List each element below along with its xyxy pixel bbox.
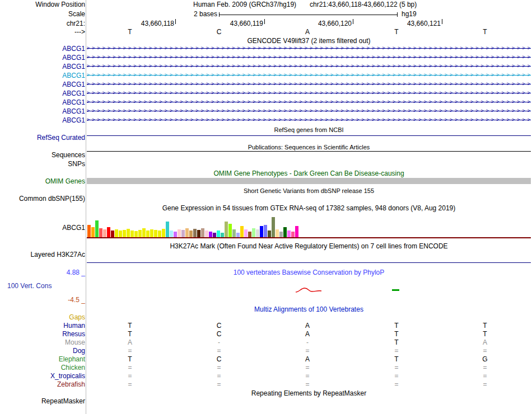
ruler-tick — [264, 19, 265, 24]
gtex-expression-bar[interactable] — [252, 228, 255, 237]
gtex-expression-bar[interactable] — [193, 229, 197, 237]
gtex-expression-bar[interactable] — [130, 230, 134, 237]
gtex-expression-bar[interactable] — [115, 229, 118, 237]
species-label: Human — [63, 322, 85, 330]
gene-transcript-line[interactable]: >>>>>>>>>>>>>>>>>>>>>>>>>>>>>>>>>>>>>>>>… — [87, 63, 531, 70]
gtex-expression-bar[interactable] — [244, 229, 248, 237]
sequence-base: A — [305, 28, 310, 36]
gtex-expression-bar[interactable] — [201, 228, 204, 237]
gtex-expression-bar[interactable] — [134, 231, 138, 237]
gtex-expression-bar[interactable] — [154, 230, 157, 237]
ruler-tick — [442, 19, 442, 24]
h3k27ac-line[interactable] — [87, 262, 531, 263]
phylop-max-value: 4.88 _ — [67, 269, 85, 276]
alignment-base: A — [305, 330, 310, 338]
gtex-expression-bar[interactable] — [158, 230, 161, 237]
phylop-track-title: 100 vertebrates Basewise Conservation by… — [87, 269, 531, 276]
gtex-expression-bar[interactable] — [181, 230, 185, 237]
gtex-expression-bar[interactable] — [91, 227, 95, 237]
gene-transcript-line[interactable]: >>>>>>>>>>>>>>>>>>>>>>>>>>>>>>>>>>>>>>>>… — [87, 116, 531, 124]
alignment-base: T — [128, 330, 132, 338]
gtex-expression-bar[interactable] — [185, 228, 189, 237]
ruler-coordinate: 43,660,119 — [230, 20, 263, 27]
genome-browser-view: Window Position Human Feb. 2009 (GRCh37/… — [0, 0, 532, 414]
gtex-expression-bar[interactable] — [162, 229, 165, 237]
gtex-expression-bar[interactable] — [264, 225, 267, 237]
alignment-base: - — [218, 338, 220, 346]
h3k27ac-track-title: H3K27Ac Mark (Often Found Near Active Re… — [87, 242, 531, 250]
gtex-expression-bar[interactable] — [283, 227, 287, 237]
gtex-expression-bar[interactable] — [240, 226, 244, 237]
gtex-expression-bar[interactable] — [276, 229, 279, 237]
gtex-expression-bar[interactable] — [119, 230, 122, 237]
alignment-base: = — [305, 364, 309, 371]
gtex-expression-bar[interactable] — [279, 232, 283, 237]
gtex-expression-bar[interactable] — [213, 233, 216, 237]
gtex-expression-bar[interactable] — [87, 225, 91, 237]
gtex-expression-bar[interactable] — [221, 233, 224, 237]
gtex-expression-bar[interactable] — [146, 230, 150, 237]
gtex-expression-bar[interactable] — [248, 232, 251, 237]
gtex-expression-bar[interactable] — [291, 232, 295, 237]
gtex-expression-bar[interactable] — [166, 222, 169, 237]
gene-transcript-line[interactable]: >>>>>>>>>>>>>>>>>>>>>>>>>>>>>>>>>>>>>>>>… — [87, 98, 531, 106]
gtex-expression-bar[interactable] — [209, 232, 212, 237]
alignment-base: = — [305, 347, 309, 355]
alignment-base: T — [394, 330, 398, 338]
phylop-min-value: -4.5 _ — [68, 296, 85, 304]
gene-label: ABCG1 — [62, 54, 85, 62]
ruler-tick — [175, 19, 176, 24]
gtex-baseline[interactable] — [87, 237, 531, 238]
gtex-expression-bar[interactable] — [228, 224, 232, 237]
gene-transcript-line[interactable]: >>>>>>>>>>>>>>>>>>>>>>>>>>>>>>>>>>>>>>>>… — [87, 90, 531, 97]
gtex-expression-bar[interactable] — [103, 229, 106, 237]
gtex-expression-bar[interactable] — [189, 230, 193, 237]
snps-label: SNPs — [68, 160, 85, 168]
phylop-positive-mark — [392, 289, 399, 291]
sequences-label: Sequences — [52, 151, 85, 159]
gtex-expression-bar[interactable] — [170, 230, 173, 237]
gtex-expression-bar[interactable] — [205, 230, 208, 237]
gene-label: ABCG1 — [62, 98, 85, 106]
gtex-expression-bar[interactable] — [99, 228, 102, 237]
gtex-expression-bar[interactable] — [127, 229, 130, 237]
gtex-expression-bar[interactable] — [174, 232, 177, 237]
gtex-expression-bar[interactable] — [197, 230, 200, 237]
scale-value: 2 bases — [194, 10, 217, 18]
gene-transcript-line[interactable]: >>>>>>>>>>>>>>>>>>>>>>>>>>>>>>>>>>>>>>>>… — [87, 54, 531, 61]
gtex-expression-bar[interactable] — [225, 222, 228, 237]
gene-transcript-line[interactable]: >>>>>>>>>>>>>>>>>>>>>>>>>>>>>>>>>>>>>>>>… — [87, 45, 531, 52]
scale-bar-left-tick — [219, 12, 220, 17]
sequence-base: T — [394, 28, 398, 36]
omim-genes-label: OMIM Genes — [45, 177, 85, 185]
gtex-expression-bar[interactable] — [95, 220, 99, 237]
gtex-expression-bar[interactable] — [150, 229, 153, 237]
alignment-base: = — [128, 380, 132, 388]
gtex-expression-bar[interactable] — [256, 229, 259, 237]
gtex-expression-bar[interactable] — [272, 217, 275, 237]
gene-transcript-line[interactable]: >>>>>>>>>>>>>>>>>>>>>>>>>>>>>>>>>>>>>>>>… — [87, 107, 531, 115]
gtex-expression-bar[interactable] — [295, 226, 298, 237]
gtex-track-title: Gene Expression in 54 tissues from GTEx … — [87, 204, 531, 212]
gtex-expression-bar[interactable] — [260, 226, 263, 237]
omim-gene-bar[interactable] — [87, 178, 531, 184]
common-dbsnp-label: Common dbSNP(155) — [19, 195, 85, 203]
refseq-curated-line[interactable] — [87, 135, 531, 136]
gtex-expression-bar[interactable] — [232, 229, 236, 237]
gtex-expression-bar[interactable] — [217, 230, 220, 237]
gene-transcript-line[interactable]: >>>>>>>>>>>>>>>>>>>>>>>>>>>>>>>>>>>>>>>>… — [87, 81, 531, 88]
publications-sequence-line[interactable] — [87, 151, 531, 152]
scale-bar — [219, 15, 398, 15]
gtex-expression-bar[interactable] — [142, 228, 146, 237]
gtex-expression-bar[interactable] — [178, 229, 181, 237]
species-label: X_tropicalis — [50, 372, 85, 380]
gtex-expression-bar[interactable] — [107, 227, 110, 237]
gtex-expression-bar[interactable] — [287, 230, 291, 237]
gtex-expression-bar[interactable] — [236, 233, 240, 237]
gtex-expression-bar[interactable] — [268, 230, 271, 237]
gene-label: ABCG1 — [62, 72, 85, 79]
gtex-expression-bar[interactable] — [111, 230, 114, 237]
gtex-expression-bar[interactable] — [138, 230, 142, 237]
gene-transcript-line[interactable]: >>>>>>>>>>>>>>>>>>>>>>>>>>>>>>>>>>>>>>>>… — [87, 72, 531, 79]
gtex-expression-bar[interactable] — [123, 230, 126, 237]
